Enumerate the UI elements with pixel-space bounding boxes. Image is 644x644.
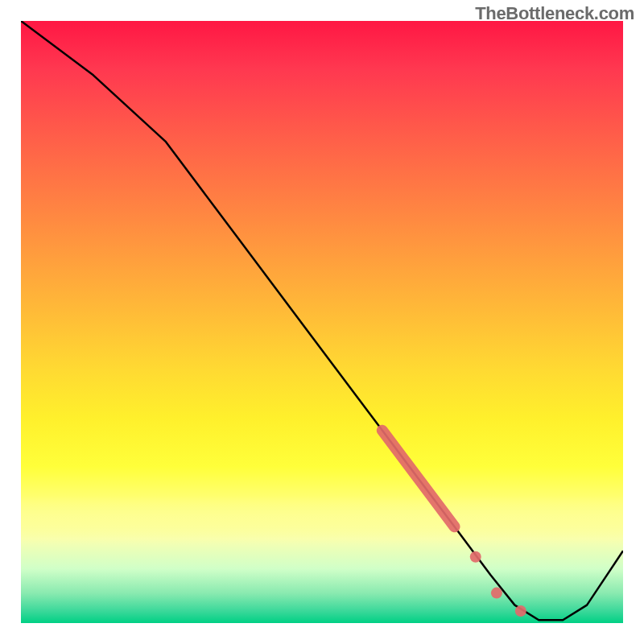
curve-markers — [382, 431, 526, 617]
svg-point-3 — [515, 605, 526, 617]
chart-container: TheBottleneck.com — [0, 0, 644, 644]
svg-point-1 — [470, 551, 481, 563]
curve-line — [21, 21, 623, 620]
chart-overlay — [21, 21, 623, 623]
svg-line-0 — [382, 431, 455, 527]
svg-point-2 — [491, 588, 502, 599]
